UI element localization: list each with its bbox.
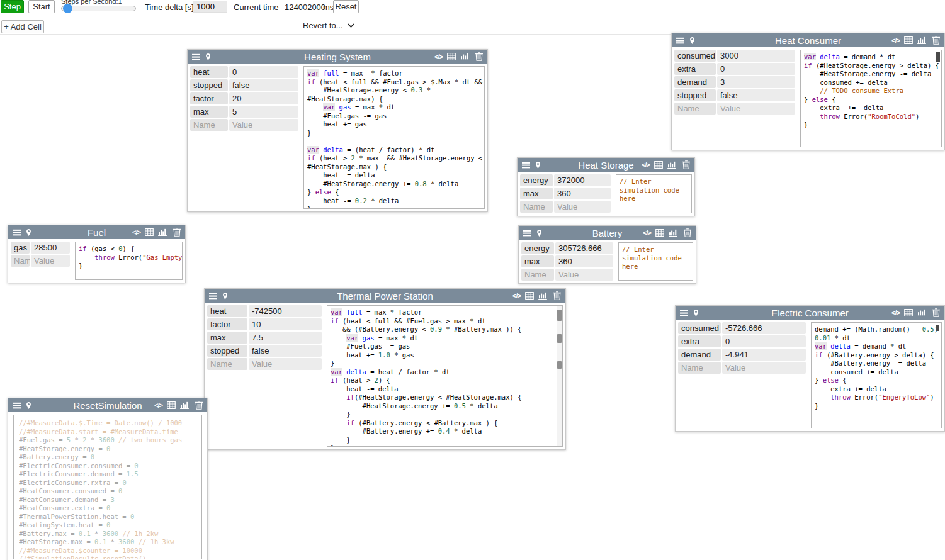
property-value-cell[interactable]: 360 xyxy=(555,255,613,267)
start-button[interactable]: Start xyxy=(28,0,55,13)
property-value-cell[interactable]: 372000 xyxy=(554,174,611,186)
property-value-cell[interactable]: 28500 xyxy=(31,242,70,254)
delete-icon[interactable] xyxy=(932,308,940,317)
pin-icon[interactable] xyxy=(689,36,696,45)
property-name-cell[interactable]: factor xyxy=(190,92,228,104)
code-view-icon[interactable]: </> xyxy=(132,228,140,236)
property-value-cell[interactable]: 305726.666 xyxy=(555,242,613,254)
delete-icon[interactable] xyxy=(475,52,483,61)
property-name-cell[interactable]: energy xyxy=(521,242,554,254)
code-editor[interactable]: demand += (Math.random() - 0.5) *0.01 * … xyxy=(811,322,942,428)
table-view-icon[interactable] xyxy=(904,36,913,44)
table-view-icon[interactable] xyxy=(904,309,913,316)
property-value-cell[interactable]: -4.941 xyxy=(722,349,806,361)
scrollbar-thumb[interactable] xyxy=(557,310,562,321)
scrollbar-track[interactable] xyxy=(557,306,562,446)
chart-view-icon[interactable] xyxy=(917,309,926,316)
code-view-icon[interactable]: </> xyxy=(512,292,521,300)
property-value-cell[interactable]: Value xyxy=(31,255,70,267)
chart-view-icon[interactable] xyxy=(669,229,677,237)
code-view-icon[interactable]: </> xyxy=(891,309,900,316)
table-view-icon[interactable] xyxy=(167,401,176,409)
property-name-cell[interactable]: factor xyxy=(207,318,247,330)
panel-header[interactable]: Heat Consumer </> xyxy=(672,33,944,47)
property-value-cell[interactable]: -5726.666 xyxy=(722,322,806,334)
property-value-cell[interactable]: 0 xyxy=(722,335,806,347)
code-view-icon[interactable]: </> xyxy=(434,53,443,60)
code-editor[interactable]: if (gas < 0) { throw Error("Gas Empty")} xyxy=(75,242,183,280)
menu-icon[interactable] xyxy=(680,309,688,317)
scrollbar-thumb[interactable] xyxy=(936,52,940,62)
code-editor[interactable]: //#MeasureData.$.Time = Date.now() / 100… xyxy=(13,415,202,559)
property-name-cell[interactable]: Name xyxy=(520,201,553,213)
pin-icon[interactable] xyxy=(25,401,32,410)
step-button[interactable]: Step xyxy=(1,0,24,13)
property-name-cell[interactable]: gas xyxy=(11,242,30,254)
table-view-icon[interactable] xyxy=(525,292,534,300)
property-value-cell[interactable]: Value xyxy=(554,201,611,213)
property-value-cell[interactable]: Value xyxy=(722,362,806,374)
code-editor[interactable]: var full = max * factorif (heat < full &… xyxy=(327,305,563,447)
property-value-cell[interactable]: false xyxy=(249,345,322,357)
reset-button[interactable]: Reset xyxy=(333,0,359,13)
menu-icon[interactable] xyxy=(192,53,200,61)
property-name-cell[interactable]: max xyxy=(521,255,554,267)
property-name-cell[interactable]: stopped xyxy=(674,89,716,101)
revert-to-dropdown[interactable]: Revert to... xyxy=(303,21,354,30)
chart-view-icon[interactable] xyxy=(158,228,167,236)
chart-view-icon[interactable] xyxy=(667,161,676,169)
slider-thumb[interactable] xyxy=(63,4,72,13)
chart-view-icon[interactable] xyxy=(917,36,926,44)
delete-icon[interactable] xyxy=(195,401,203,410)
scrollbar-thumb[interactable] xyxy=(936,325,939,331)
chart-view-icon[interactable] xyxy=(180,401,189,409)
delete-icon[interactable] xyxy=(173,228,181,237)
code-view-icon[interactable]: </> xyxy=(643,229,651,237)
panel-header[interactable]: Thermal Power Station </> xyxy=(205,289,565,303)
menu-icon[interactable] xyxy=(13,401,21,410)
add-cell-button[interactable]: + Add Cell xyxy=(1,20,44,33)
property-name-cell[interactable]: Name xyxy=(207,358,247,370)
code-view-icon[interactable]: </> xyxy=(642,161,650,169)
menu-icon[interactable] xyxy=(13,228,21,237)
property-name-cell[interactable]: demand xyxy=(678,349,721,361)
property-value-cell[interactable]: Value xyxy=(229,119,298,131)
property-name-cell[interactable]: extra xyxy=(678,335,721,347)
property-name-cell[interactable]: consumed xyxy=(674,50,716,62)
property-name-cell[interactable]: energy xyxy=(520,174,553,186)
property-name-cell[interactable]: Name xyxy=(11,255,30,267)
property-name-cell[interactable]: max xyxy=(207,332,247,344)
property-name-cell[interactable]: Name xyxy=(521,269,554,281)
property-name-cell[interactable]: extra xyxy=(674,63,716,75)
code-editor[interactable]: // Entersimulation codehere xyxy=(618,242,693,281)
code-view-icon[interactable]: </> xyxy=(891,36,900,44)
property-name-cell[interactable]: demand xyxy=(674,76,716,88)
code-view-icon[interactable]: </> xyxy=(154,401,162,409)
code-editor[interactable]: // Entersimulation codehere xyxy=(616,174,692,213)
delete-icon[interactable] xyxy=(553,291,561,300)
table-view-icon[interactable] xyxy=(655,229,664,237)
panel-header[interactable]: Battery </> xyxy=(519,226,696,240)
menu-icon[interactable] xyxy=(209,292,217,300)
panel-header[interactable]: Heating System </> xyxy=(188,50,487,64)
property-value-cell[interactable]: 360 xyxy=(554,188,611,199)
pin-icon[interactable] xyxy=(535,161,541,169)
property-name-cell[interactable]: Name xyxy=(674,103,716,115)
property-name-cell[interactable]: max xyxy=(520,188,553,199)
pin-icon[interactable] xyxy=(693,309,699,317)
pin-icon[interactable] xyxy=(536,229,543,237)
delete-icon[interactable] xyxy=(684,228,691,237)
property-name-cell[interactable]: stopped xyxy=(207,345,247,357)
property-value-cell[interactable]: 10 xyxy=(249,318,322,330)
property-value-cell[interactable]: false xyxy=(229,79,298,91)
property-value-cell[interactable]: 0 xyxy=(229,66,298,78)
property-value-cell[interactable]: 0 xyxy=(717,63,795,75)
panel-header[interactable]: Heat Storage </> xyxy=(518,158,694,172)
property-value-cell[interactable]: 5 xyxy=(229,106,298,118)
delete-icon[interactable] xyxy=(932,36,940,45)
property-value-cell[interactable]: Value xyxy=(717,103,795,115)
panel-header[interactable]: ResetSimulation </> xyxy=(8,398,207,412)
property-value-cell[interactable]: -742500 xyxy=(249,305,322,317)
menu-icon[interactable] xyxy=(523,229,531,237)
table-view-icon[interactable] xyxy=(654,161,663,169)
